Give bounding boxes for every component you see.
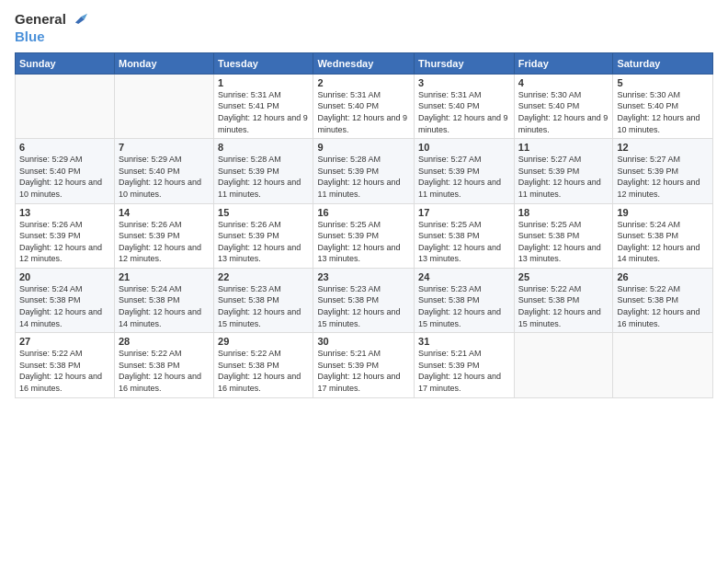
day-info: Sunrise: 5:25 AMSunset: 5:39 PMDaylight:… xyxy=(317,219,410,265)
calendar-day-cell: 1Sunrise: 5:31 AMSunset: 5:41 PMDaylight… xyxy=(214,74,313,138)
calendar-day-cell: 23Sunrise: 5:23 AMSunset: 5:38 PMDayligh… xyxy=(313,268,415,332)
calendar-week-row: 27Sunrise: 5:22 AMSunset: 5:38 PMDayligh… xyxy=(16,333,713,397)
day-info: Sunrise: 5:29 AMSunset: 5:40 PMDaylight:… xyxy=(119,154,210,200)
day-info: Sunrise: 5:21 AMSunset: 5:39 PMDaylight:… xyxy=(317,348,410,394)
calendar-day-cell xyxy=(613,333,713,397)
day-info: Sunrise: 5:24 AMSunset: 5:38 PMDaylight:… xyxy=(119,283,210,329)
day-number: 20 xyxy=(19,271,110,282)
day-number: 14 xyxy=(119,207,210,218)
calendar-day-cell: 30Sunrise: 5:21 AMSunset: 5:39 PMDayligh… xyxy=(313,333,415,397)
day-number: 9 xyxy=(317,142,410,153)
day-info: Sunrise: 5:25 AMSunset: 5:38 PMDaylight:… xyxy=(418,219,510,265)
calendar-day-cell: 5Sunrise: 5:30 AMSunset: 5:40 PMDaylight… xyxy=(613,74,713,138)
day-number: 17 xyxy=(418,207,510,218)
calendar-day-cell: 26Sunrise: 5:22 AMSunset: 5:38 PMDayligh… xyxy=(613,268,713,332)
day-number: 12 xyxy=(617,142,709,153)
day-info: Sunrise: 5:22 AMSunset: 5:38 PMDaylight:… xyxy=(119,348,210,394)
calendar-week-row: 20Sunrise: 5:24 AMSunset: 5:38 PMDayligh… xyxy=(16,268,713,332)
day-number: 11 xyxy=(518,142,609,153)
day-info: Sunrise: 5:27 AMSunset: 5:39 PMDaylight:… xyxy=(617,154,709,200)
day-number: 24 xyxy=(418,271,510,282)
weekday-header-monday: Monday xyxy=(114,52,213,74)
weekday-header-wednesday: Wednesday xyxy=(313,52,415,74)
day-number: 18 xyxy=(518,207,609,218)
day-number: 4 xyxy=(518,77,609,88)
day-info: Sunrise: 5:31 AMSunset: 5:40 PMDaylight:… xyxy=(317,89,410,135)
day-info: Sunrise: 5:24 AMSunset: 5:38 PMDaylight:… xyxy=(617,219,709,265)
day-info: Sunrise: 5:23 AMSunset: 5:38 PMDaylight:… xyxy=(317,283,410,329)
calendar-day-cell: 3Sunrise: 5:31 AMSunset: 5:40 PMDaylight… xyxy=(415,74,515,138)
calendar-day-cell: 9Sunrise: 5:28 AMSunset: 5:39 PMDaylight… xyxy=(313,139,415,203)
calendar-day-cell xyxy=(114,74,213,138)
day-info: Sunrise: 5:26 AMSunset: 5:39 PMDaylight:… xyxy=(218,219,309,265)
day-info: Sunrise: 5:26 AMSunset: 5:39 PMDaylight:… xyxy=(119,219,210,265)
day-number: 31 xyxy=(418,336,510,347)
day-number: 15 xyxy=(218,207,309,218)
day-number: 19 xyxy=(617,207,709,218)
calendar-day-cell: 8Sunrise: 5:28 AMSunset: 5:39 PMDaylight… xyxy=(214,139,313,203)
day-info: Sunrise: 5:31 AMSunset: 5:41 PMDaylight:… xyxy=(218,89,309,135)
calendar-day-cell: 18Sunrise: 5:25 AMSunset: 5:38 PMDayligh… xyxy=(514,203,613,268)
day-number: 26 xyxy=(617,271,709,282)
calendar-week-row: 1Sunrise: 5:31 AMSunset: 5:41 PMDaylight… xyxy=(16,74,713,138)
calendar-week-row: 13Sunrise: 5:26 AMSunset: 5:39 PMDayligh… xyxy=(16,203,713,268)
day-info: Sunrise: 5:27 AMSunset: 5:39 PMDaylight:… xyxy=(518,154,609,200)
weekday-header-saturday: Saturday xyxy=(613,52,713,74)
day-number: 29 xyxy=(218,336,309,347)
day-info: Sunrise: 5:23 AMSunset: 5:38 PMDaylight:… xyxy=(418,283,510,329)
day-number: 10 xyxy=(418,142,510,153)
day-number: 3 xyxy=(418,77,510,88)
calendar-table: SundayMondayTuesdayWednesdayThursdayFrid… xyxy=(15,52,713,398)
logo-blue: Blue xyxy=(15,29,45,44)
day-number: 8 xyxy=(218,142,309,153)
page-header: General Blue xyxy=(15,11,713,45)
day-number: 27 xyxy=(19,336,110,347)
day-info: Sunrise: 5:23 AMSunset: 5:38 PMDaylight:… xyxy=(218,283,309,329)
day-number: 21 xyxy=(119,271,210,282)
calendar-day-cell: 20Sunrise: 5:24 AMSunset: 5:38 PMDayligh… xyxy=(16,268,115,332)
day-number: 5 xyxy=(617,77,709,88)
day-info: Sunrise: 5:21 AMSunset: 5:39 PMDaylight:… xyxy=(418,348,510,394)
calendar-day-cell: 29Sunrise: 5:22 AMSunset: 5:38 PMDayligh… xyxy=(214,333,313,397)
calendar-day-cell: 19Sunrise: 5:24 AMSunset: 5:38 PMDayligh… xyxy=(613,203,713,268)
day-number: 28 xyxy=(119,336,210,347)
day-info: Sunrise: 5:22 AMSunset: 5:38 PMDaylight:… xyxy=(19,348,110,394)
day-info: Sunrise: 5:28 AMSunset: 5:39 PMDaylight:… xyxy=(218,154,309,200)
day-number: 7 xyxy=(119,142,210,153)
calendar-day-cell: 21Sunrise: 5:24 AMSunset: 5:38 PMDayligh… xyxy=(114,268,213,332)
day-info: Sunrise: 5:30 AMSunset: 5:40 PMDaylight:… xyxy=(617,89,709,135)
calendar-day-cell: 24Sunrise: 5:23 AMSunset: 5:38 PMDayligh… xyxy=(415,268,515,332)
day-number: 22 xyxy=(218,271,309,282)
calendar-day-cell: 31Sunrise: 5:21 AMSunset: 5:39 PMDayligh… xyxy=(415,333,515,397)
logo: General Blue xyxy=(15,11,88,45)
day-info: Sunrise: 5:27 AMSunset: 5:39 PMDaylight:… xyxy=(418,154,510,200)
weekday-header-thursday: Thursday xyxy=(415,52,515,74)
weekday-header-row: SundayMondayTuesdayWednesdayThursdayFrid… xyxy=(16,52,713,74)
day-info: Sunrise: 5:28 AMSunset: 5:39 PMDaylight:… xyxy=(317,154,410,200)
calendar-day-cell: 7Sunrise: 5:29 AMSunset: 5:40 PMDaylight… xyxy=(114,139,213,203)
day-number: 2 xyxy=(317,77,410,88)
day-info: Sunrise: 5:31 AMSunset: 5:40 PMDaylight:… xyxy=(418,89,510,135)
logo-general: General xyxy=(15,11,66,27)
weekday-header-sunday: Sunday xyxy=(16,52,115,74)
calendar-day-cell: 27Sunrise: 5:22 AMSunset: 5:38 PMDayligh… xyxy=(16,333,115,397)
calendar-day-cell: 10Sunrise: 5:27 AMSunset: 5:39 PMDayligh… xyxy=(415,139,515,203)
day-info: Sunrise: 5:30 AMSunset: 5:40 PMDaylight:… xyxy=(518,89,609,135)
day-number: 23 xyxy=(317,271,410,282)
day-info: Sunrise: 5:22 AMSunset: 5:38 PMDaylight:… xyxy=(218,348,309,394)
calendar-day-cell: 6Sunrise: 5:29 AMSunset: 5:40 PMDaylight… xyxy=(16,139,115,203)
calendar-day-cell: 2Sunrise: 5:31 AMSunset: 5:40 PMDaylight… xyxy=(313,74,415,138)
day-info: Sunrise: 5:22 AMSunset: 5:38 PMDaylight:… xyxy=(518,283,609,329)
calendar-day-cell: 15Sunrise: 5:26 AMSunset: 5:39 PMDayligh… xyxy=(214,203,313,268)
calendar-day-cell: 14Sunrise: 5:26 AMSunset: 5:39 PMDayligh… xyxy=(114,203,213,268)
calendar-day-cell xyxy=(514,333,613,397)
calendar-day-cell: 13Sunrise: 5:26 AMSunset: 5:39 PMDayligh… xyxy=(16,203,115,268)
calendar-day-cell: 28Sunrise: 5:22 AMSunset: 5:38 PMDayligh… xyxy=(114,333,213,397)
logo-bird-icon xyxy=(71,12,87,29)
calendar-day-cell: 16Sunrise: 5:25 AMSunset: 5:39 PMDayligh… xyxy=(313,203,415,268)
calendar-day-cell: 11Sunrise: 5:27 AMSunset: 5:39 PMDayligh… xyxy=(514,139,613,203)
calendar-day-cell: 22Sunrise: 5:23 AMSunset: 5:38 PMDayligh… xyxy=(214,268,313,332)
day-number: 6 xyxy=(19,142,110,153)
day-number: 13 xyxy=(19,207,110,218)
calendar-day-cell: 4Sunrise: 5:30 AMSunset: 5:40 PMDaylight… xyxy=(514,74,613,138)
